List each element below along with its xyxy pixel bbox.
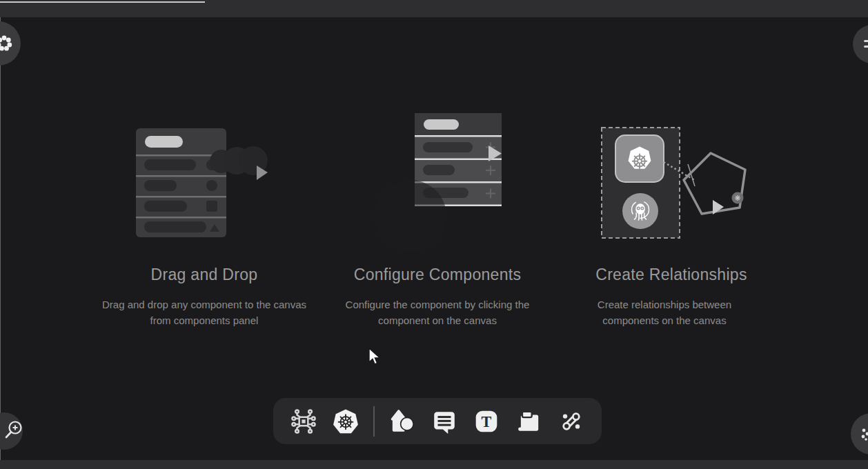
feature-title-configure-components: Configure Components	[313, 266, 562, 284]
comment-icon	[431, 408, 457, 435]
cluster-menu-button[interactable]	[851, 413, 868, 455]
dots-icon	[862, 37, 868, 52]
window-edge	[0, 17, 1, 460]
bottom-bar	[0, 460, 868, 469]
create-relationships-illustration	[595, 124, 757, 246]
component-tool-button[interactable]	[288, 406, 319, 437]
shapes-icon	[388, 408, 415, 435]
text-icon: T	[473, 408, 500, 435]
dock-divider	[373, 406, 375, 437]
shapes-tool-button[interactable]	[386, 406, 417, 437]
feature-desc-configure-components: Configure the component by clicking the …	[327, 297, 548, 328]
canvas-screen: Drag and Drop Drag and drop any componen…	[0, 0, 868, 469]
feature-title-create-relationships: Create Relationships	[547, 266, 796, 284]
comment-tool-button[interactable]	[429, 406, 460, 437]
svg-text:T: T	[482, 412, 492, 430]
zoom-in-icon	[3, 419, 28, 443]
configure-components-illustration	[371, 110, 509, 259]
progress-indicator	[0, 1, 205, 3]
relationship-tool-button[interactable]	[556, 406, 586, 437]
cluster-icon	[859, 427, 868, 442]
flower-menu-button[interactable]	[0, 21, 21, 66]
component-icon	[290, 408, 317, 435]
zoom-in-button[interactable]	[0, 412, 23, 450]
relationship-icon	[558, 408, 584, 435]
drag-and-drop-illustration	[136, 128, 296, 250]
note-icon	[516, 408, 542, 435]
tool-dock: T	[273, 398, 602, 444]
flower-icon	[0, 33, 14, 54]
text-tool-button[interactable]: T	[471, 406, 502, 437]
feature-desc-create-relationships: Create relationships between components …	[582, 297, 747, 328]
kubernetes-icon	[332, 408, 359, 435]
feature-desc-drag-and-drop: Drag and drop any component to the canva…	[94, 297, 315, 328]
mouse-cursor-icon	[366, 347, 382, 366]
ghost-cursor-icon	[713, 200, 724, 214]
dots-menu-button[interactable]	[853, 25, 868, 63]
note-tool-button[interactable]	[514, 406, 544, 437]
feature-title-drag-and-drop: Drag and Drop	[80, 266, 328, 284]
kubernetes-tool-button[interactable]	[331, 406, 361, 437]
